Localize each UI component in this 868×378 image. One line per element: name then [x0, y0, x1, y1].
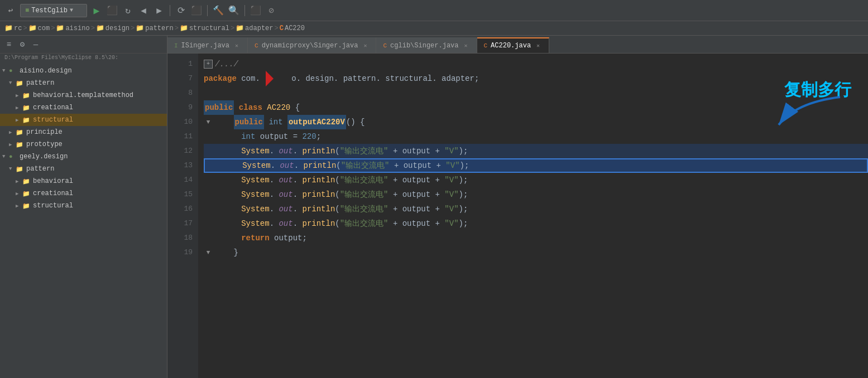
str2-15: "V": [444, 187, 458, 202]
tree-arrow-icon: ▶: [16, 117, 22, 123]
debug2-button[interactable]: ⬛: [250, 4, 262, 17]
breadcrumb-adapter[interactable]: adapter: [245, 25, 273, 32]
debug-button[interactable]: ⬛: [106, 4, 118, 17]
fold-icon-19[interactable]: ▼: [204, 245, 213, 260]
ln-10: 10: [167, 115, 193, 129]
sync-button[interactable]: ↻: [122, 4, 134, 17]
expand-icon-1[interactable]: +: [204, 60, 213, 69]
tree-arrow-icon: ▶: [16, 191, 22, 197]
project-icon: ■: [25, 7, 29, 14]
breadcrumb-folder-icon-5: 📁: [136, 24, 144, 32]
breadcrumb-structural[interactable]: structural: [189, 25, 229, 32]
sidebar-item-pattern-1[interactable]: ▼ 📁 pattern: [0, 77, 167, 89]
ln-8: 8: [167, 86, 193, 100]
folder-icon: 📁: [22, 190, 31, 197]
fold-icon-10[interactable]: ▼: [204, 115, 213, 129]
sidebar-item-aisino-design[interactable]: ▼ ● aisino.design: [0, 65, 167, 77]
code-content[interactable]: + /.../ package com. o. design. pattern.…: [198, 54, 868, 378]
code-line-10: ▼ public int outputAC220V () {: [204, 115, 868, 129]
tree-arrow-icon: ▶: [9, 142, 16, 148]
sidebar-item-behavioral[interactable]: ▶ 📁 behavioral: [0, 175, 167, 187]
line-numbers: 1 7 8 9 10 11 12 13 14 15 16 17 18 19: [167, 54, 198, 378]
system-15: System: [241, 187, 269, 202]
kw-public-10: public: [234, 115, 264, 129]
str2-17: "V": [444, 216, 458, 231]
tree-arrow-icon: ▶: [16, 203, 22, 209]
tree-label: creational: [33, 190, 73, 197]
kw-int: int: [268, 115, 282, 129]
stop-button[interactable]: ⬛: [190, 4, 203, 17]
sidebar-item-structural-2[interactable]: ▶ 📁 structural: [0, 200, 167, 212]
system-16: System: [241, 202, 269, 216]
sidebar-item-principle[interactable]: ▶ 📁 principle: [0, 126, 167, 138]
sidebar-filter-btn[interactable]: ≡: [3, 39, 15, 50]
project-name: TestCglib: [31, 7, 68, 14]
system-17: System: [241, 216, 269, 231]
out-17: out: [279, 216, 292, 231]
tree-label: principle: [26, 128, 63, 136]
str2-13: "V": [445, 158, 459, 173]
breadcrumb-aisino[interactable]: aisino: [65, 25, 89, 32]
project-selector[interactable]: ■ TestCglib ▼: [20, 4, 87, 17]
sidebar-item-creational-1[interactable]: ▶ 📁 creational: [0, 101, 167, 114]
tab-close-isinger[interactable]: ✕: [233, 42, 241, 50]
folder-icon: 📁: [22, 92, 31, 99]
sidebar-minimize-btn[interactable]: —: [30, 39, 41, 50]
tab-label-ac220: AC220.java: [491, 42, 531, 50]
ln-18: 18: [167, 231, 193, 245]
tab-ac220[interactable]: C AC220.java ✕: [477, 37, 550, 53]
sidebar-item-geely-design[interactable]: ▼ ● geely.design: [0, 151, 167, 163]
tab-close-cglib[interactable]: ✕: [462, 42, 470, 50]
sidebar-item-prototype[interactable]: ▶ 📁 prototype: [0, 138, 167, 151]
out-14: out: [279, 173, 292, 187]
separator-2: [207, 5, 208, 16]
breadcrumb-com[interactable]: com: [38, 25, 50, 32]
search-button[interactable]: 🔍: [228, 4, 240, 17]
rerun-button[interactable]: ⟳: [175, 4, 187, 17]
tab-close-dp[interactable]: ✕: [361, 42, 369, 50]
forward-button[interactable]: ▶: [153, 4, 165, 17]
folder-icon: 📁: [16, 129, 25, 136]
tree-label: behavioral.templatemethod: [33, 91, 133, 99]
folder-icon: 📁: [16, 166, 25, 173]
sidebar-path: D:\Program Files\MyEclipse 8.5\20:: [0, 54, 167, 65]
run-button[interactable]: ▶: [90, 4, 103, 17]
tree-label: geely.design: [20, 153, 68, 161]
back-button[interactable]: ◀: [137, 4, 150, 17]
code-line-1: + /.../: [204, 57, 868, 71]
tab-label-dp: dynamicproxy\Singer.java: [262, 42, 358, 50]
sidebar-item-pattern-2[interactable]: ▼ 📁 pattern: [0, 163, 167, 175]
kw-package: package: [204, 71, 237, 86]
classname-ac220: AC220: [267, 100, 290, 115]
number-220: 220: [302, 129, 316, 144]
tab-icon-isinger: I: [174, 42, 178, 49]
ln-11: 11: [167, 129, 193, 144]
sidebar-settings-btn[interactable]: ⚙: [17, 39, 28, 50]
breadcrumb-folder-icon-7: 📁: [236, 24, 244, 32]
code-line-11: int output = 220 ;: [204, 129, 868, 144]
sidebar-item-creational-2[interactable]: ▶ 📁 creational: [0, 187, 167, 200]
tree-arrow-icon: ▼: [2, 154, 9, 159]
breadcrumb-design[interactable]: design: [105, 25, 130, 32]
breadcrumb-ac220[interactable]: AC220: [285, 25, 305, 32]
tree-arrow-icon: ▶: [9, 129, 16, 135]
breadcrumb-rc[interactable]: rc: [14, 25, 22, 32]
tree-arrow-icon: ▼: [2, 68, 9, 74]
kw-return: return: [241, 231, 269, 245]
sidebar-item-structural-1[interactable]: ▶ 📁 structural: [0, 114, 167, 126]
sidebar-item-behavioral-templatemethod[interactable]: ▶ 📁 behavioral.templatemethod: [0, 89, 167, 101]
tab-isinger[interactable]: I ISinger.java ✕: [167, 37, 248, 53]
build-button[interactable]: 🔨: [212, 4, 224, 17]
tree-arrow-icon: ▼: [9, 166, 16, 172]
tab-dynamicproxy-singer[interactable]: C dynamicproxy\Singer.java ✕: [248, 37, 376, 53]
tab-close-ac220[interactable]: ✕: [534, 42, 542, 50]
tab-cglib-singer[interactable]: C cglib\Singer.java ✕: [376, 37, 477, 53]
out-12: out: [279, 144, 292, 158]
method-name: outputAC220V: [287, 115, 346, 129]
tree-label: aisino.design: [20, 67, 72, 75]
breadcrumb-pattern[interactable]: pattern: [145, 25, 173, 32]
undo-button[interactable]: ↩: [4, 4, 17, 17]
cancel-button[interactable]: ⊘: [265, 4, 277, 17]
out-15: out: [279, 187, 292, 202]
sidebar-toolbar: ≡ ⚙ —: [0, 36, 167, 54]
